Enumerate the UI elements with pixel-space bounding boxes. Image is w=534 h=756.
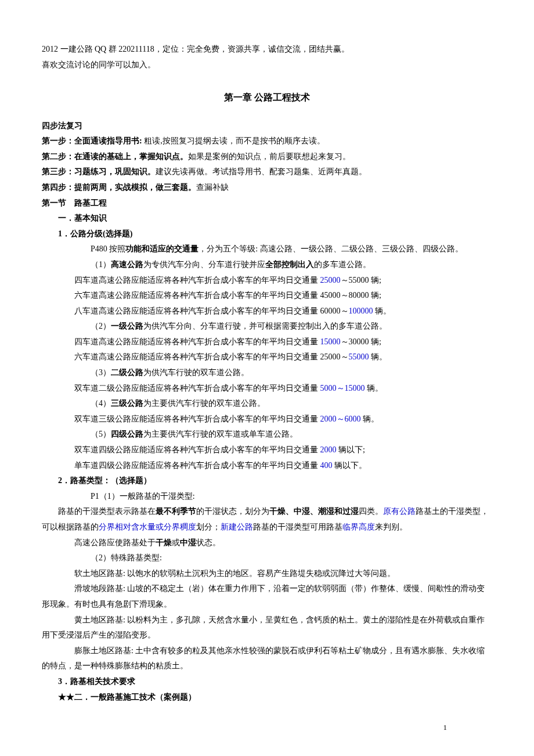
p2k: 路基的干湿类型可用路基 xyxy=(253,523,342,531)
r1l3b: 100000 xyxy=(349,307,373,315)
r4l1c: 辆。 xyxy=(361,415,380,423)
heading-2: ★★二．一般路基施工技术（案例题） xyxy=(42,690,492,705)
heading-basic-knowledge: 一．基本知识 xyxy=(42,211,492,226)
r4b: 三级公路 xyxy=(111,399,143,408)
r5-line2: 单车道四级公路应能适应将各种汽车折合成小客车的年平均日交通量 400 辆以下。 xyxy=(42,458,492,474)
step-2: 第二步：在通读的基础上，掌握知识点。如果是案例的知识点，前后要联想起来复习。 xyxy=(42,149,492,165)
p1-lead-a: P480 按照 xyxy=(91,244,125,253)
r2b: 一级公路 xyxy=(111,322,143,330)
p2f: 原有公路 xyxy=(383,507,416,516)
r1c: 为专供汽车分向、分车道行驶并应 xyxy=(143,260,265,269)
r1l1b: 25000 xyxy=(320,276,341,285)
p2l: 临界高度 xyxy=(342,523,375,531)
p2-body: 路基的干湿类型表示路基在最不利季节的干湿状态，划分为干燥、中湿、潮湿和过湿四类。… xyxy=(42,504,492,535)
r1l1c: ～55000 辆; xyxy=(341,276,381,285)
r3-line1: 双车道二级公路应能适应将各种汽车折合成小客车的年平均日交通量 5000～1500… xyxy=(42,381,492,397)
p2hle: 状态。 xyxy=(196,538,221,547)
step3-bold: 第三步：习题练习，巩固知识。 xyxy=(42,167,156,176)
p2h: 分界相对含水量或分界稠度 xyxy=(99,523,196,531)
r2l2c: 辆。 xyxy=(369,352,388,361)
r3l1a: 双车道二级公路应能适应将各种汽车折合成小客车的年平均日交通量 xyxy=(74,384,320,393)
p1-lead-b: 功能和适应的交通量 xyxy=(125,244,199,253)
page-number: 1 xyxy=(443,721,448,735)
r3l1c: 辆。 xyxy=(365,384,384,393)
r1-line3: 八车道高速公路应能适应将各种汽车折合成小客车的年平均日交通量 60000～100… xyxy=(42,304,492,319)
r4-line1: 双车道三级公路应能适应将各种汽车折合成小客车的年平均日交通量 2000～6000… xyxy=(42,412,492,427)
r2l1c: ～30000 辆; xyxy=(341,337,381,346)
r2-line2: 六车道高速公路应能适应将各种汽车折合成小客车的年平均日交通量 25000～550… xyxy=(42,350,492,365)
r1-line1: 四车道高速公路应能适应将各种汽车折合成小客车的年平均日交通量 25000～550… xyxy=(42,273,492,289)
expansive: 膨胀土地区路基: 土中含有较多的粒及其他亲水性较强的蒙脱石或伊利石等粘土矿物成分… xyxy=(42,643,492,674)
r5l2a: 单车道四级公路应能适应将各种汽车折合成小客车的年平均日交通量 xyxy=(74,461,320,470)
r4a: （4） xyxy=(91,399,111,408)
slide-text: 滑坡地段路基: 山坡的不稳定土（岩）体在重力作用下，沿着一定的软弱弱面（带）作整… xyxy=(42,584,485,609)
page: 2012 一建公路 QQ 群 220211118，定位：完全免费，资源共享，诚信… xyxy=(42,42,492,756)
landslide: 滑坡地段路基: 山坡的不稳定土（岩）体在重力作用下，沿着一定的软弱弱面（带）作整… xyxy=(42,581,492,612)
p1-lead-c: ，分为五个等级: 高速公路、一级公路、二级公路、三级公路、四级公路。 xyxy=(199,244,463,253)
study-heading: 四步法复习 xyxy=(42,118,492,134)
exp-text: 膨胀土地区路基: 土中含有较多的粒及其他亲水性较强的蒙脱石或伊利石等粘土矿物成分… xyxy=(42,646,485,671)
step2-bold: 第二步：在通读的基础上，掌握知识点。 xyxy=(42,152,188,161)
step4-bold: 第四步：提前两周，实战模拟，做三套题。 xyxy=(42,183,196,192)
r1e: 的多车道公路。 xyxy=(314,260,371,269)
p2m: 来判别。 xyxy=(375,523,407,531)
p1-lead: P480 按照功能和适应的交通量，分为五个等级: 高速公路、一级公路、二级公路、… xyxy=(42,242,492,257)
r2a: （2） xyxy=(91,322,111,330)
p2e: 四类。 xyxy=(359,507,383,516)
r2l1b: 15000 xyxy=(320,337,341,346)
intro-line-2: 喜欢交流讨论的同学可以加入。 xyxy=(42,57,492,73)
step1-bold: 第一步：全面通读指导用书: xyxy=(42,136,144,145)
step1-text: 粗读,按照复习提纲去读，而不是按书的顺序去读。 xyxy=(144,136,325,145)
r5l1b: 2000 xyxy=(320,445,337,454)
p2hla: 高速公路应使路基处于 xyxy=(74,538,156,547)
r4c: 为主要供汽车行驶的双车道公路。 xyxy=(143,399,265,408)
p2i: 划分； xyxy=(196,523,221,531)
p2a: 路基的干湿类型表示路基在 xyxy=(58,507,156,516)
step-1: 第一步：全面通读指导用书: 粗读,按照复习提纲去读，而不是按书的顺序去读。 xyxy=(42,134,492,149)
p2hlc: 或 xyxy=(172,538,180,547)
p2hld: 中湿 xyxy=(180,538,196,547)
p2d: 干燥、中湿、潮湿和过湿 xyxy=(269,507,359,516)
r3a: （3） xyxy=(91,368,111,377)
p2j: 新建公路 xyxy=(221,523,253,531)
r5a: （5） xyxy=(91,430,111,438)
p2-title: 2．路基类型：（选择题） xyxy=(42,473,492,489)
r1a: （1） xyxy=(91,260,111,269)
soft-text: 软土地区路基: 以饱水的软弱粘土沉积为主的地区。容易产生路堤失稳或沉降过大等问题… xyxy=(74,569,395,578)
rank-1: （1）高速公路为专供汽车分向、分车道行驶并应全部控制出入的多车道公路。 xyxy=(42,257,492,273)
rank-5: （5）四级公路为主要供汽车行驶的双车道或单车道公路。 xyxy=(42,427,492,442)
rank-4: （4）三级公路为主要供汽车行驶的双车道公路。 xyxy=(42,396,492,412)
r1-line2: 六车道高速公路应能适应将各种汽车折合成小客车的年平均日交通量 45000～800… xyxy=(42,288,492,304)
p2-highline: 高速公路应使路基处于干燥或中湿状态。 xyxy=(42,535,492,551)
p1-title: 1．公路分级(选择题) xyxy=(42,226,492,242)
rank-3: （3）二级公路为供汽车行驶的双车道公路。 xyxy=(42,365,492,381)
r2l2b: 55000 xyxy=(349,352,369,361)
r5l1a: 双车道四级公路应能适应将各种汽车折合成小客车的年平均日交通量 xyxy=(74,445,320,454)
r2l1a: 四车道高速公路应能适应将各种汽车折合成小客车的年平均日交通量 xyxy=(74,337,320,346)
intro-line-1: 2012 一建公路 QQ 群 220211118，定位：完全免费，资源共享，诚信… xyxy=(42,42,492,57)
p2-s2: （2）特殊路基类型: xyxy=(42,550,492,566)
r1l3a: 八车道高速公路应能适应将各种汽车折合成小客车的年平均日交通量 60000～ xyxy=(74,307,349,315)
step4-text: 查漏补缺 xyxy=(196,183,229,192)
r5l2c: 辆以下。 xyxy=(333,461,367,470)
intro-block: 2012 一建公路 QQ 群 220211118，定位：完全免费，资源共享，诚信… xyxy=(42,42,492,73)
p2c: 的干湿状态，划分为 xyxy=(196,507,269,516)
study-method: 四步法复习 第一步：全面通读指导用书: 粗读,按照复习提纲去读，而不是按书的顺序… xyxy=(42,118,492,196)
r5l2b: 400 xyxy=(320,461,333,470)
r1l1a: 四车道高速公路应能适应将各种汽车折合成小客车的年平均日交通量 xyxy=(74,276,320,285)
r4l1b: 2000～6000 xyxy=(320,415,361,423)
p2-l1: P1（1）一般路基的干湿类型: xyxy=(42,489,492,505)
r4l1a: 双车道三级公路应能适应将各种汽车折合成小客车的年平均日交通量 xyxy=(74,415,320,423)
r5l1c: 辆以下; xyxy=(337,445,365,454)
step2-text: 如果是案例的知识点，前后要联想起来复习。 xyxy=(188,152,351,161)
r5-line1: 双车道四级公路应能适应将各种汽车折合成小客车的年平均日交通量 2000 辆以下; xyxy=(42,442,492,458)
step-3: 第三步：习题练习，巩固知识。建议先读再做。考试指导用书、配套习题集、近两年真题。 xyxy=(42,164,492,180)
r1b: 高速公路 xyxy=(111,260,143,269)
p3-title: 3．路基相关技术要求 xyxy=(42,674,492,690)
rank-2: （2）一级公路为供汽车分向、分车道行驶，并可根据需要控制出入的多车道公路。 xyxy=(42,319,492,334)
soft-soil: 软土地区路基: 以饱水的软弱粘土沉积为主的地区。容易产生路堤失稳或沉降过大等问题… xyxy=(42,566,492,582)
r5c: 为主要供汽车行驶的双车道或单车道公路。 xyxy=(143,430,298,438)
r2c: 为供汽车分向、分车道行驶，并可根据需要控制出入的多车道公路。 xyxy=(143,322,387,330)
r3b: 二级公路 xyxy=(111,368,143,377)
chapter-title: 第一章 公路工程技术 xyxy=(42,89,492,106)
